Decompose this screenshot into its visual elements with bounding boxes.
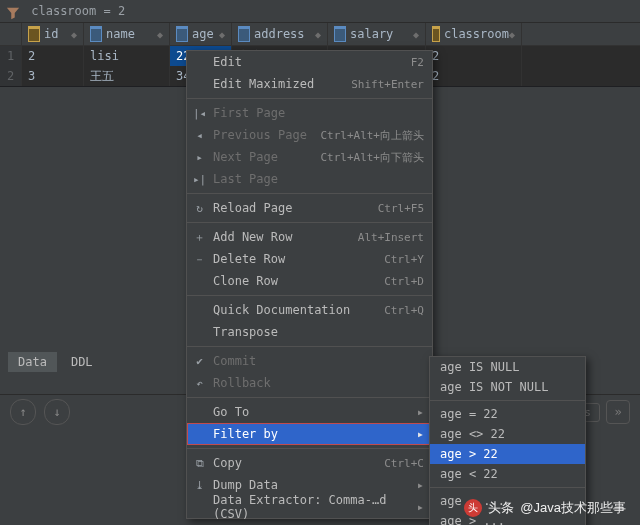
sort-icon: ◆ xyxy=(157,29,163,40)
submenu-arrow-icon: ▸ xyxy=(417,405,424,419)
row-gutter: 2 xyxy=(0,66,22,86)
key-column-icon xyxy=(28,26,40,42)
menu-filter-by[interactable]: Filter by▸ xyxy=(187,423,432,445)
col-salary[interactable]: salary◆ xyxy=(328,23,426,45)
filter-option-gt[interactable]: age > 22 xyxy=(430,444,585,464)
menu-separator xyxy=(187,397,432,398)
menu-rollback: ↶Rollback xyxy=(187,372,432,394)
column-icon xyxy=(334,26,346,42)
watermark: 头 头条 @Java技术那些事 xyxy=(464,499,626,517)
cell-id[interactable]: 3 xyxy=(22,66,84,86)
column-icon xyxy=(238,26,250,42)
menu-reload-page[interactable]: ↻Reload PageCtrl+F5 xyxy=(187,197,432,219)
row-header-corner xyxy=(0,23,22,45)
last-page-icon: ▸| xyxy=(192,172,207,187)
menu-separator xyxy=(187,448,432,449)
menu-clone-row[interactable]: Clone RowCtrl+D xyxy=(187,270,432,292)
next-match-button[interactable]: ↓ xyxy=(44,399,70,425)
sort-icon: ◆ xyxy=(509,29,515,40)
menu-copy[interactable]: ⧉CopyCtrl+C xyxy=(187,452,432,474)
filter-option-is-null[interactable]: age IS NULL xyxy=(430,357,585,377)
menu-first-page: |◂First Page xyxy=(187,102,432,124)
col-address[interactable]: address◆ xyxy=(232,23,328,45)
copy-icon: ⧉ xyxy=(192,456,207,471)
key-column-icon xyxy=(432,26,440,42)
add-icon: ＋ xyxy=(192,230,207,245)
menu-edit-maximized[interactable]: Edit MaximizedShift+Enter xyxy=(187,73,432,95)
sort-icon: ◆ xyxy=(219,29,225,40)
sort-icon: ◆ xyxy=(413,29,419,40)
filter-option-neq[interactable]: age <> 22 xyxy=(430,424,585,444)
cell-name[interactable]: lisi xyxy=(84,46,170,66)
menu-previous-page: ◂Previous PageCtrl+Alt+向上箭头 xyxy=(187,124,432,146)
tab-ddl[interactable]: DDL xyxy=(61,352,103,372)
menu-separator xyxy=(187,295,432,296)
filter-option-lt[interactable]: age < 22 xyxy=(430,464,585,484)
filter-expression: classroom = 2 xyxy=(31,4,125,18)
filter-icon xyxy=(6,5,20,19)
col-id[interactable]: id◆ xyxy=(22,23,84,45)
menu-separator xyxy=(187,346,432,347)
filter-option-is-not-null[interactable]: age IS NOT NULL xyxy=(430,377,585,397)
menu-data-extractor[interactable]: Data Extractor: Comma-…d (CSV)▸ xyxy=(187,496,432,518)
grid-header: id◆ name◆ age◆ address◆ salary◆ classroo… xyxy=(0,23,640,46)
tab-data[interactable]: Data xyxy=(8,352,57,372)
menu-add-row[interactable]: ＋Add New RowAlt+Insert xyxy=(187,226,432,248)
menu-transpose[interactable]: Transpose xyxy=(187,321,432,343)
menu-next-page: ▸Next PageCtrl+Alt+向下箭头 xyxy=(187,146,432,168)
cell-classroom[interactable]: 2 xyxy=(426,66,522,86)
col-age[interactable]: age◆ xyxy=(170,23,232,45)
menu-last-page: ▸|Last Page xyxy=(187,168,432,190)
collapse-button[interactable]: » xyxy=(606,400,630,424)
menu-edit[interactable]: EditF2 xyxy=(187,51,432,73)
menu-delete-row[interactable]: －Delete RowCtrl+Y xyxy=(187,248,432,270)
submenu-arrow-icon: ▸ xyxy=(417,427,424,441)
commit-icon: ✔ xyxy=(192,354,207,369)
watermark-author: @Java技术那些事 xyxy=(520,499,626,517)
cell-id[interactable]: 2 xyxy=(22,46,84,66)
row-gutter: 1 xyxy=(0,46,22,66)
context-menu: EditF2 Edit MaximizedShift+Enter |◂First… xyxy=(186,50,433,519)
reload-icon: ↻ xyxy=(192,201,207,216)
app-root: classroom = 2 id◆ name◆ age◆ address◆ sa… xyxy=(0,0,640,525)
sort-icon: ◆ xyxy=(71,29,77,40)
rollback-icon: ↶ xyxy=(192,376,207,391)
column-icon xyxy=(176,26,188,42)
menu-separator xyxy=(430,400,585,401)
dump-icon: ⤓ xyxy=(192,478,207,493)
first-page-icon: |◂ xyxy=(192,106,207,121)
filter-bar[interactable]: classroom = 2 xyxy=(0,0,640,23)
col-classroom[interactable]: classroom◆ xyxy=(426,23,522,45)
next-page-icon: ▸ xyxy=(192,150,207,165)
menu-quick-doc[interactable]: Quick DocumentationCtrl+Q xyxy=(187,299,432,321)
menu-commit: ✔Commit xyxy=(187,350,432,372)
menu-go-to[interactable]: Go To▸ xyxy=(187,401,432,423)
menu-separator xyxy=(187,222,432,223)
filter-option-eq[interactable]: age = 22 xyxy=(430,404,585,424)
menu-separator xyxy=(430,487,585,488)
watermark-icon: 头 xyxy=(464,499,482,517)
watermark-prefix: 头条 xyxy=(488,499,514,517)
menu-separator xyxy=(187,98,432,99)
col-name[interactable]: name◆ xyxy=(84,23,170,45)
menu-separator xyxy=(187,193,432,194)
submenu-arrow-icon: ▸ xyxy=(417,500,424,514)
cell-classroom[interactable]: 2 xyxy=(426,46,522,66)
submenu-arrow-icon: ▸ xyxy=(417,478,424,492)
prev-match-button[interactable]: ↑ xyxy=(10,399,36,425)
column-icon xyxy=(90,26,102,42)
sort-icon: ◆ xyxy=(315,29,321,40)
prev-page-icon: ◂ xyxy=(192,128,207,143)
delete-icon: － xyxy=(192,252,207,267)
cell-name[interactable]: 王五 xyxy=(84,66,170,86)
